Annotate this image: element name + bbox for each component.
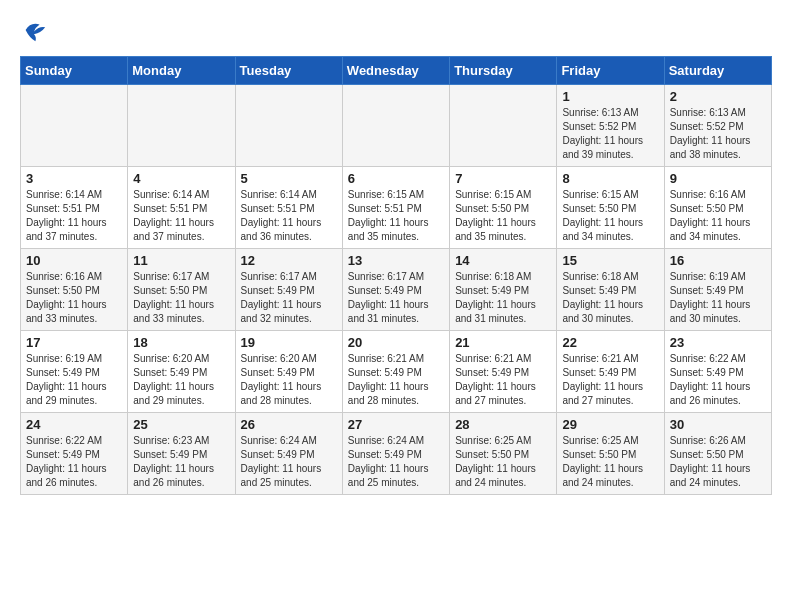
day-cell: 28Sunrise: 6:25 AM Sunset: 5:50 PM Dayli…: [450, 413, 557, 495]
day-cell: 9Sunrise: 6:16 AM Sunset: 5:50 PM Daylig…: [664, 167, 771, 249]
day-info: Sunrise: 6:17 AM Sunset: 5:49 PM Dayligh…: [241, 270, 337, 326]
day-number: 18: [133, 335, 229, 350]
header: [20, 16, 772, 44]
day-info: Sunrise: 6:24 AM Sunset: 5:49 PM Dayligh…: [241, 434, 337, 490]
day-number: 3: [26, 171, 122, 186]
day-cell: [128, 85, 235, 167]
day-cell: [235, 85, 342, 167]
day-info: Sunrise: 6:13 AM Sunset: 5:52 PM Dayligh…: [562, 106, 658, 162]
day-info: Sunrise: 6:25 AM Sunset: 5:50 PM Dayligh…: [562, 434, 658, 490]
day-cell: 4Sunrise: 6:14 AM Sunset: 5:51 PM Daylig…: [128, 167, 235, 249]
day-number: 8: [562, 171, 658, 186]
day-cell: 7Sunrise: 6:15 AM Sunset: 5:50 PM Daylig…: [450, 167, 557, 249]
day-number: 26: [241, 417, 337, 432]
day-cell: 1Sunrise: 6:13 AM Sunset: 5:52 PM Daylig…: [557, 85, 664, 167]
header-day-wednesday: Wednesday: [342, 57, 449, 85]
day-cell: 11Sunrise: 6:17 AM Sunset: 5:50 PM Dayli…: [128, 249, 235, 331]
day-number: 9: [670, 171, 766, 186]
week-row-3: 10Sunrise: 6:16 AM Sunset: 5:50 PM Dayli…: [21, 249, 772, 331]
week-row-5: 24Sunrise: 6:22 AM Sunset: 5:49 PM Dayli…: [21, 413, 772, 495]
day-info: Sunrise: 6:19 AM Sunset: 5:49 PM Dayligh…: [670, 270, 766, 326]
week-row-2: 3Sunrise: 6:14 AM Sunset: 5:51 PM Daylig…: [21, 167, 772, 249]
day-number: 12: [241, 253, 337, 268]
day-number: 15: [562, 253, 658, 268]
day-info: Sunrise: 6:16 AM Sunset: 5:50 PM Dayligh…: [670, 188, 766, 244]
page-container: SundayMondayTuesdayWednesdayThursdayFrid…: [0, 0, 792, 511]
day-info: Sunrise: 6:15 AM Sunset: 5:50 PM Dayligh…: [562, 188, 658, 244]
day-cell: 26Sunrise: 6:24 AM Sunset: 5:49 PM Dayli…: [235, 413, 342, 495]
day-info: Sunrise: 6:24 AM Sunset: 5:49 PM Dayligh…: [348, 434, 444, 490]
day-cell: 23Sunrise: 6:22 AM Sunset: 5:49 PM Dayli…: [664, 331, 771, 413]
day-number: 10: [26, 253, 122, 268]
day-info: Sunrise: 6:13 AM Sunset: 5:52 PM Dayligh…: [670, 106, 766, 162]
day-cell: [342, 85, 449, 167]
calendar-header: SundayMondayTuesdayWednesdayThursdayFrid…: [21, 57, 772, 85]
day-cell: 21Sunrise: 6:21 AM Sunset: 5:49 PM Dayli…: [450, 331, 557, 413]
day-number: 4: [133, 171, 229, 186]
day-info: Sunrise: 6:18 AM Sunset: 5:49 PM Dayligh…: [455, 270, 551, 326]
day-number: 24: [26, 417, 122, 432]
day-info: Sunrise: 6:21 AM Sunset: 5:49 PM Dayligh…: [348, 352, 444, 408]
day-number: 29: [562, 417, 658, 432]
header-day-sunday: Sunday: [21, 57, 128, 85]
header-row: SundayMondayTuesdayWednesdayThursdayFrid…: [21, 57, 772, 85]
day-cell: 8Sunrise: 6:15 AM Sunset: 5:50 PM Daylig…: [557, 167, 664, 249]
day-info: Sunrise: 6:18 AM Sunset: 5:49 PM Dayligh…: [562, 270, 658, 326]
day-cell: 20Sunrise: 6:21 AM Sunset: 5:49 PM Dayli…: [342, 331, 449, 413]
day-cell: 3Sunrise: 6:14 AM Sunset: 5:51 PM Daylig…: [21, 167, 128, 249]
day-number: 19: [241, 335, 337, 350]
day-number: 28: [455, 417, 551, 432]
day-cell: 14Sunrise: 6:18 AM Sunset: 5:49 PM Dayli…: [450, 249, 557, 331]
header-day-thursday: Thursday: [450, 57, 557, 85]
day-cell: 27Sunrise: 6:24 AM Sunset: 5:49 PM Dayli…: [342, 413, 449, 495]
day-number: 16: [670, 253, 766, 268]
day-info: Sunrise: 6:26 AM Sunset: 5:50 PM Dayligh…: [670, 434, 766, 490]
day-info: Sunrise: 6:22 AM Sunset: 5:49 PM Dayligh…: [670, 352, 766, 408]
day-cell: 15Sunrise: 6:18 AM Sunset: 5:49 PM Dayli…: [557, 249, 664, 331]
day-info: Sunrise: 6:21 AM Sunset: 5:49 PM Dayligh…: [562, 352, 658, 408]
day-info: Sunrise: 6:21 AM Sunset: 5:49 PM Dayligh…: [455, 352, 551, 408]
header-day-tuesday: Tuesday: [235, 57, 342, 85]
day-info: Sunrise: 6:14 AM Sunset: 5:51 PM Dayligh…: [133, 188, 229, 244]
day-cell: 19Sunrise: 6:20 AM Sunset: 5:49 PM Dayli…: [235, 331, 342, 413]
day-number: 23: [670, 335, 766, 350]
day-cell: [450, 85, 557, 167]
logo: [20, 16, 52, 44]
day-number: 20: [348, 335, 444, 350]
day-cell: 10Sunrise: 6:16 AM Sunset: 5:50 PM Dayli…: [21, 249, 128, 331]
day-info: Sunrise: 6:14 AM Sunset: 5:51 PM Dayligh…: [241, 188, 337, 244]
calendar-table: SundayMondayTuesdayWednesdayThursdayFrid…: [20, 56, 772, 495]
day-info: Sunrise: 6:20 AM Sunset: 5:49 PM Dayligh…: [241, 352, 337, 408]
day-number: 27: [348, 417, 444, 432]
header-day-friday: Friday: [557, 57, 664, 85]
day-info: Sunrise: 6:17 AM Sunset: 5:50 PM Dayligh…: [133, 270, 229, 326]
day-number: 2: [670, 89, 766, 104]
day-cell: [21, 85, 128, 167]
day-info: Sunrise: 6:15 AM Sunset: 5:51 PM Dayligh…: [348, 188, 444, 244]
header-day-monday: Monday: [128, 57, 235, 85]
day-cell: 2Sunrise: 6:13 AM Sunset: 5:52 PM Daylig…: [664, 85, 771, 167]
day-cell: 5Sunrise: 6:14 AM Sunset: 5:51 PM Daylig…: [235, 167, 342, 249]
day-number: 5: [241, 171, 337, 186]
day-number: 1: [562, 89, 658, 104]
week-row-4: 17Sunrise: 6:19 AM Sunset: 5:49 PM Dayli…: [21, 331, 772, 413]
day-cell: 22Sunrise: 6:21 AM Sunset: 5:49 PM Dayli…: [557, 331, 664, 413]
day-number: 7: [455, 171, 551, 186]
day-number: 21: [455, 335, 551, 350]
day-number: 30: [670, 417, 766, 432]
day-number: 6: [348, 171, 444, 186]
day-info: Sunrise: 6:17 AM Sunset: 5:49 PM Dayligh…: [348, 270, 444, 326]
day-cell: 24Sunrise: 6:22 AM Sunset: 5:49 PM Dayli…: [21, 413, 128, 495]
day-info: Sunrise: 6:19 AM Sunset: 5:49 PM Dayligh…: [26, 352, 122, 408]
day-number: 14: [455, 253, 551, 268]
day-number: 22: [562, 335, 658, 350]
day-cell: 18Sunrise: 6:20 AM Sunset: 5:49 PM Dayli…: [128, 331, 235, 413]
day-info: Sunrise: 6:25 AM Sunset: 5:50 PM Dayligh…: [455, 434, 551, 490]
day-number: 13: [348, 253, 444, 268]
day-cell: 30Sunrise: 6:26 AM Sunset: 5:50 PM Dayli…: [664, 413, 771, 495]
day-cell: 17Sunrise: 6:19 AM Sunset: 5:49 PM Dayli…: [21, 331, 128, 413]
day-cell: 16Sunrise: 6:19 AM Sunset: 5:49 PM Dayli…: [664, 249, 771, 331]
logo-icon: [20, 16, 48, 44]
day-info: Sunrise: 6:16 AM Sunset: 5:50 PM Dayligh…: [26, 270, 122, 326]
day-cell: 12Sunrise: 6:17 AM Sunset: 5:49 PM Dayli…: [235, 249, 342, 331]
